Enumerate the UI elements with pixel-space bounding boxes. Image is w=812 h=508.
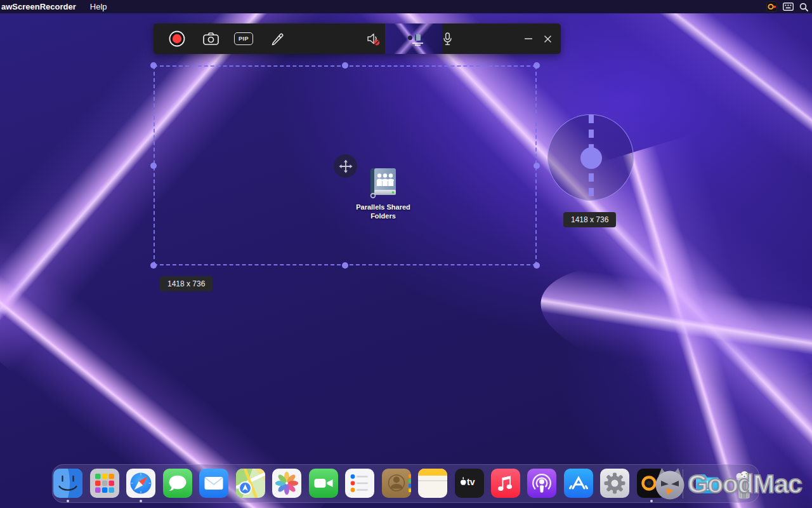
dock-item-launchpad[interactable] [90,469,119,498]
dock-item-appstore[interactable] [564,469,593,498]
facetime-icon [309,469,338,498]
dock-item-safari[interactable] [126,469,155,498]
dock-item-reminders[interactable] [345,469,374,498]
minimize-button[interactable] [519,23,538,54]
dock-item-screen-recorder[interactable] [637,469,666,498]
selection-handle-top-right[interactable] [534,62,540,69]
safari-icon [126,469,155,498]
shared-folders-drive-icon [368,167,398,200]
mail-icon [199,469,228,498]
microphone-icon[interactable] [438,23,457,54]
app-store-icon [564,469,593,498]
messages-icon [163,469,192,498]
music-icon [491,469,520,498]
capture-preview-thumbnail[interactable] [385,23,442,54]
selection-handle-bottom-middle[interactable] [342,262,348,269]
menubar-app-name[interactable]: awScreenRecorder [1,2,76,11]
pip-button[interactable]: PIP [230,23,258,54]
thumbnail-move-icon [408,36,412,40]
dock-item-settings[interactable] [600,469,629,498]
desktop-icon-parallels-shared-folders[interactable]: Parallels Shared Folders [351,167,415,220]
reminders-icon [345,469,374,498]
dock-item-mail[interactable] [199,469,228,498]
close-button[interactable] [538,23,557,54]
dock-item-podcasts[interactable] [527,469,556,498]
selection-move-button[interactable] [334,154,357,178]
finder-icon [53,469,82,498]
resize-control[interactable] [547,114,634,201]
svg-text:tv: tv [467,477,475,487]
screen-recorder-icon [637,469,666,498]
dock-item-trash[interactable] [730,469,759,498]
dock-item-maps[interactable] [236,469,265,498]
pip-label: PIP [234,32,253,45]
running-indicator-safari [140,500,142,502]
menubar-search-icon[interactable] [799,3,808,11]
settings-gear-icon [600,469,629,498]
resize-size-badge: 1418 x 736 [563,212,616,227]
podcasts-icon [527,469,556,498]
dock-item-messages[interactable] [163,469,192,498]
desktop-screen: awScreenRecorder Help PIP [0,0,812,508]
notes-icon [418,469,447,498]
annotate-pencil-button[interactable] [263,23,291,54]
dock-item-finder[interactable] [53,469,82,498]
dock-item-photos[interactable] [272,469,301,498]
thumbnail-label-line [412,43,423,44]
dock-item-tv[interactable]: tv [455,469,484,498]
contacts-icon [382,469,411,498]
menubar-help-menu[interactable]: Help [90,2,107,11]
running-indicator-finder [67,500,69,502]
dock-item-downloads[interactable] [693,469,722,498]
thumbnail-label-line [415,44,421,46]
menubar-keyboard-icon[interactable] [783,3,794,11]
thumbnail-folders-icon [415,34,421,41]
dock: tv [52,464,759,503]
resize-knob[interactable] [580,147,602,169]
dock-item-music[interactable] [491,469,520,498]
selection-size-badge: 1418 x 736 [160,276,213,291]
selection-handle-bottom-right[interactable] [534,262,540,269]
dock-item-contacts[interactable] [382,469,411,498]
downloads-folder-icon [693,469,722,498]
menu-bar: awScreenRecorder Help [0,0,812,13]
dock-item-facetime[interactable] [309,469,338,498]
maps-icon [236,469,265,498]
selection-handle-top-left[interactable] [150,62,157,69]
launchpad-icon [90,469,119,498]
tv-icon: tv [455,469,484,498]
selection-handle-top-middle[interactable] [342,62,348,69]
running-indicator-recorder [650,500,653,502]
photos-icon [272,469,301,498]
recorder-toolbar: PIP [154,23,561,54]
selection-handle-middle-left[interactable] [150,163,157,169]
dock-separator [683,469,683,498]
system-audio-muted-icon[interactable] [363,23,384,54]
selection-handle-bottom-left[interactable] [150,262,157,269]
screenshot-camera-button[interactable] [197,23,225,54]
desktop-icon-label: Parallels Shared Folders [351,203,415,220]
record-button[interactable] [163,23,191,54]
dock-item-notes[interactable] [418,469,447,498]
selection-handle-middle-right[interactable] [534,163,540,169]
menubar-recorder-status-icon[interactable] [766,1,777,12]
trash-full-icon [730,469,759,500]
